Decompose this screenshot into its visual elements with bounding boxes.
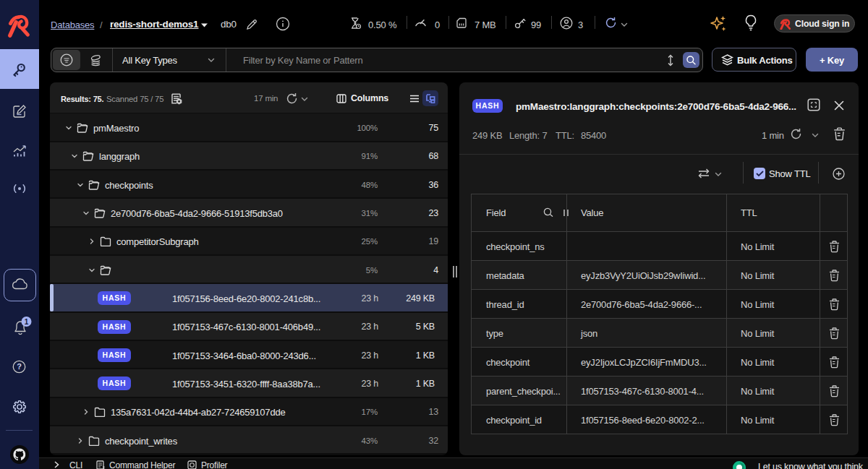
svg-text:?: ? [17, 362, 22, 371]
svg-text:1: 1 [25, 318, 29, 326]
